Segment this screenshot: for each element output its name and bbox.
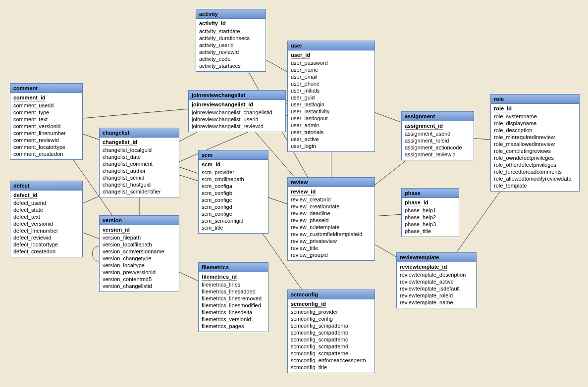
pk-changelist: changelist_id (103, 139, 137, 146)
column: defect_userid (13, 199, 79, 206)
column: assignment_roleid (405, 137, 471, 144)
column: review_creationdate (291, 203, 372, 210)
entity-phase[interactable]: phasephase_idphase_help1phase_help2phase… (401, 188, 459, 237)
column: user_login (291, 143, 372, 149)
pk-defect: defect_id (13, 192, 37, 199)
entity-header-role[interactable]: role (491, 95, 579, 104)
column: defect_state (13, 206, 79, 213)
column: role_displayname (494, 120, 576, 127)
column: version_contentmd5 (103, 276, 176, 283)
column: review_groupid (291, 251, 372, 258)
column: user_lastactivity (291, 108, 372, 115)
entity-header-activity[interactable]: activity (196, 9, 266, 19)
entity-changelist[interactable]: changelistchangelist_idchangelist_localg… (99, 128, 179, 197)
column: scm_title (202, 224, 265, 231)
column: reviewtemplate_active (400, 278, 473, 285)
pk-comment: comment_id (13, 94, 46, 101)
column: reviewtemplate_description (400, 271, 473, 278)
column: scm_provider (202, 169, 265, 176)
column: filemetrics_versionid (202, 316, 265, 323)
column: comment_linenumber (13, 130, 79, 137)
column: review_creatorid (291, 196, 372, 203)
entity-body-review: review_idreview_creatoridreview_creation… (288, 187, 374, 260)
column: scmconfig_scmpatterne (291, 350, 372, 357)
column: scm_configa (202, 183, 265, 190)
entity-comment[interactable]: commentcomment_idcomment_useridcomment_t… (10, 83, 83, 160)
column: joinreviewchangelist_reviewid (192, 123, 282, 130)
column: phase_title (405, 228, 456, 235)
entity-header-assignment[interactable]: assignment (402, 112, 474, 121)
entity-assignment[interactable]: assignmentassignment_idassignment_userid… (401, 111, 474, 160)
er-diagram-canvas[interactable]: activityactivity_idactivity_startdateact… (0, 0, 588, 387)
column: activity_startdate (199, 28, 263, 35)
column: phase_help2 (405, 214, 456, 221)
entity-body-changelist: changelist_idchangelist_localguidchangel… (100, 138, 179, 197)
pk-scmconfig: scmconfig_id (291, 300, 326, 308)
column: assignment_actioncode (405, 144, 471, 151)
entity-user[interactable]: useruser_iduser_passworduser_nameuser_em… (287, 41, 375, 152)
entity-header-defect[interactable]: defect (10, 181, 82, 191)
column: user_phone (291, 80, 372, 87)
entity-body-role: role_idrole_systemnamerole_displaynamero… (491, 104, 579, 191)
entity-activity[interactable]: activityactivity_idactivity_startdateact… (196, 9, 266, 72)
column: comment_reviewid (13, 137, 79, 144)
entity-header-comment[interactable]: comment (10, 84, 82, 93)
column: role_completingreviews (494, 147, 576, 154)
svg-line-14 (179, 272, 198, 281)
column: changelist_author (103, 167, 176, 174)
entity-header-version[interactable]: version (100, 216, 179, 225)
entity-reviewtemplate[interactable]: reviewtemplatereviewtemplate_idreviewtem… (396, 252, 477, 308)
svg-line-0 (266, 60, 287, 72)
column: changelist_scmidentifier (103, 188, 176, 195)
column: role_otherdefectprivileges (494, 161, 576, 168)
entity-header-review[interactable]: review (288, 178, 374, 187)
column: user_admin (291, 122, 372, 129)
column: changelist_date (103, 153, 176, 160)
column: user_password (291, 59, 372, 66)
entity-header-user[interactable]: user (288, 41, 374, 50)
entity-scmconfig[interactable]: scmconfigscmconfig_idscmconfig_providers… (287, 290, 375, 373)
entity-header-changelist[interactable]: changelist (100, 128, 179, 138)
entity-role[interactable]: rolerole_idrole_systemnamerole_displayna… (490, 94, 580, 192)
entity-filemetrics[interactable]: filemetricsfilemetrics_idfilemetrics_lin… (198, 262, 268, 332)
entity-scm[interactable]: scmscm_idscm_providerscm_cmdlinepathscm_… (198, 150, 268, 234)
entity-version[interactable]: versionversion_idversion_filepathversion… (99, 215, 179, 292)
column: scm_configb (202, 190, 265, 196)
entity-header-joinreviewchangelist[interactable]: joinreviewchangelist (189, 91, 285, 100)
column: changelist_scmid (103, 174, 176, 181)
pk-phase: phase_id (405, 199, 428, 206)
column: role_allowedtomodifyreviewdata (494, 175, 576, 182)
column: scmconfig_scmpatternb (291, 329, 372, 336)
svg-line-5 (179, 132, 197, 142)
column: role_description (494, 127, 576, 134)
column: comment_versionid (13, 123, 79, 130)
column: role_systemname (494, 113, 576, 120)
entity-defect[interactable]: defectdefect_iddefect_useriddefect_state… (10, 181, 83, 257)
column: review_phaseid (291, 217, 372, 224)
column: defect_locatortype (13, 241, 79, 248)
column: version_localfilepath (103, 241, 176, 248)
column: defect_versionid (13, 220, 79, 227)
entity-header-phase[interactable]: phase (402, 189, 459, 198)
column: user_email (291, 73, 372, 80)
entity-review[interactable]: reviewreview_idreview_creatoridreview_cr… (287, 177, 375, 261)
svg-line-10 (83, 233, 99, 239)
column: comment_type (13, 109, 79, 116)
entity-header-scm[interactable]: scm (199, 150, 268, 160)
column: changelist_comment (103, 160, 176, 167)
column: activity_userid (199, 42, 263, 48)
entity-header-reviewtemplate[interactable]: reviewtemplate (397, 253, 476, 262)
column: comment_locatortype (13, 144, 79, 150)
column: role_forcedtoreadcomments (494, 168, 576, 175)
entity-joinreviewchangelist[interactable]: joinreviewchangelistjoinreviewchangelist… (188, 90, 286, 132)
column: user_name (291, 66, 372, 73)
entity-body-joinreviewchangelist: joinreviewchangelist_idjoinreviewchangel… (189, 100, 285, 132)
entity-header-filemetrics[interactable]: filemetrics (199, 263, 268, 272)
column: scm_cmdlinepath (202, 176, 265, 183)
svg-line-16 (375, 214, 401, 216)
column: role_template (494, 182, 576, 189)
column: activity_reviewid (199, 48, 263, 55)
entity-body-activity: activity_idactivity_startdateactivity_du… (196, 19, 266, 71)
svg-line-19 (474, 139, 490, 140)
entity-header-scmconfig[interactable]: scmconfig (288, 290, 374, 299)
